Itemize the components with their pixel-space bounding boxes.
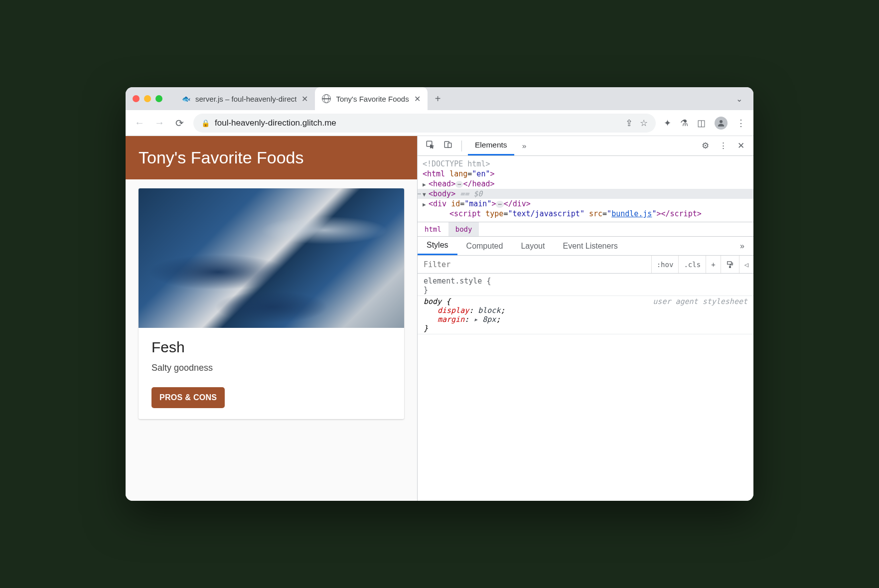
hov-toggle[interactable]: :hov — [651, 256, 679, 273]
minimize-window-button[interactable] — [144, 95, 151, 102]
url-text: foul-heavenly-direction.glitch.me — [215, 118, 336, 128]
more-tabs-icon[interactable]: » — [731, 237, 753, 255]
close-devtools-icon[interactable]: ✕ — [733, 141, 748, 151]
maximize-window-button[interactable] — [155, 95, 162, 102]
tab-bar: 🐟 server.js – foul-heavenly-direct ✕ Ton… — [126, 87, 753, 110]
food-card: Fesh Salty goodness PROS & CONS — [139, 188, 404, 419]
globe-icon — [322, 94, 331, 103]
menu-icon[interactable]: ⋮ — [736, 118, 745, 129]
close-tab-icon[interactable]: ✕ — [414, 94, 421, 104]
tab-inactive[interactable]: 🐟 server.js – foul-heavenly-direct ✕ — [174, 87, 315, 110]
expand-caret-icon[interactable] — [423, 179, 429, 188]
more-tabs-icon[interactable]: » — [517, 142, 532, 150]
tab-active[interactable]: Tony's Favorite Foods ✕ — [315, 87, 427, 110]
expand-caret-icon[interactable] — [423, 199, 429, 208]
prop-value: block — [478, 306, 500, 315]
styles-tab-bar: Styles Computed Layout Event Listeners » — [418, 237, 753, 256]
dom-node-body[interactable]: <body> == $0 — [418, 189, 753, 199]
close-tab-icon[interactable]: ✕ — [301, 94, 308, 104]
svg-point-0 — [720, 120, 723, 123]
svg-rect-3 — [448, 143, 451, 147]
rule-close: } — [424, 324, 747, 333]
share-icon[interactable]: ⇪ — [625, 118, 633, 129]
collapsed-icon[interactable]: ⋯ — [496, 201, 503, 208]
labs-icon[interactable]: ⚗ — [680, 118, 688, 129]
page-header: Tony's Favorite Foods — [126, 136, 417, 179]
settings-icon[interactable]: ⚙ — [698, 141, 713, 151]
css-rules[interactable]: element.style { } body { user agent styl… — [418, 274, 753, 501]
collapse-caret-icon[interactable] — [423, 189, 429, 198]
tab-layout[interactable]: Layout — [512, 237, 554, 255]
card-image — [139, 188, 404, 328]
card-subtitle: Salty goodness — [151, 363, 391, 373]
browser-window: 🐟 server.js – foul-heavenly-direct ✕ Ton… — [126, 87, 753, 501]
address-bar: ← → ⟳ 🔒 foul-heavenly-direction.glitch.m… — [126, 110, 753, 136]
tab-title: server.js – foul-heavenly-direct — [195, 95, 296, 103]
lock-icon: 🔒 — [201, 119, 210, 127]
bookmark-icon[interactable]: ☆ — [640, 118, 648, 129]
svg-rect-5 — [729, 267, 731, 268]
kebab-menu-icon[interactable]: ⋮ — [716, 141, 731, 151]
svg-rect-4 — [727, 262, 731, 264]
card-title: Fesh — [151, 339, 391, 356]
collapsed-icon[interactable]: ⋯ — [455, 181, 463, 188]
dom-breadcrumb: html body — [418, 222, 753, 237]
favicon-icon: 🐟 — [181, 94, 190, 103]
prop-value: 8px — [482, 315, 496, 324]
computed-toggle-icon[interactable]: ◁ — [739, 256, 753, 273]
tab-computed[interactable]: Computed — [457, 237, 512, 255]
sidepanel-icon[interactable]: ◫ — [697, 118, 706, 129]
rule-source: user agent stylesheet — [653, 297, 747, 306]
styles-filter-bar: :hov .cls + ◁ — [418, 256, 753, 274]
device-toggle-icon[interactable] — [440, 140, 455, 151]
browser-toolbar: ✦ ⚗ ◫ ⋮ — [664, 117, 745, 130]
breadcrumb-body[interactable]: body — [448, 222, 479, 236]
new-style-rule-icon[interactable]: + — [706, 256, 720, 273]
profile-avatar[interactable] — [715, 117, 728, 130]
rule-close: } — [424, 286, 747, 294]
breadcrumb-html[interactable]: html — [418, 222, 448, 236]
traffic-lights — [133, 95, 162, 102]
extensions-icon[interactable]: ✦ — [664, 118, 671, 129]
back-button[interactable]: ← — [134, 117, 146, 129]
tab-elements[interactable]: Elements — [468, 136, 514, 155]
tabs-dropdown-icon[interactable]: ⌄ — [731, 91, 747, 107]
close-window-button[interactable] — [133, 95, 140, 102]
tab-styles[interactable]: Styles — [418, 237, 457, 255]
cls-toggle[interactable]: .cls — [678, 256, 706, 273]
url-input[interactable]: 🔒 foul-heavenly-direction.glitch.me ⇪ ☆ — [193, 114, 656, 133]
rule-selector: body { — [424, 297, 450, 306]
devtools-panel: Elements » ⚙ ⋮ ✕ <!DOCTYPE html> <html l… — [417, 136, 753, 501]
reload-button[interactable]: ⟳ — [173, 117, 185, 129]
inspect-icon[interactable] — [423, 140, 438, 151]
tab-title: Tony's Favorite Foods — [336, 95, 409, 103]
new-tab-button[interactable]: + — [431, 91, 445, 106]
rule-element-style: element.style { — [424, 277, 747, 286]
script-src-link[interactable]: bundle.js — [611, 209, 652, 218]
styles-filter-input[interactable] — [418, 260, 651, 269]
doctype-node: <!DOCTYPE html> — [423, 159, 490, 168]
paint-icon[interactable] — [721, 256, 739, 273]
forward-button[interactable]: → — [153, 117, 165, 129]
dom-tree[interactable]: <!DOCTYPE html> <html lang="en"> <head>⋯… — [418, 156, 753, 222]
prop-name: display — [438, 306, 469, 315]
devtools-tab-bar: Elements » ⚙ ⋮ ✕ — [418, 136, 753, 156]
tab-event-listeners[interactable]: Event Listeners — [554, 237, 626, 255]
pros-cons-button[interactable]: PROS & CONS — [151, 387, 225, 408]
selected-marker: == $0 — [455, 189, 482, 198]
prop-name: margin — [438, 315, 464, 324]
page-viewport: Tony's Favorite Foods Fesh Salty goodnes… — [126, 136, 417, 501]
